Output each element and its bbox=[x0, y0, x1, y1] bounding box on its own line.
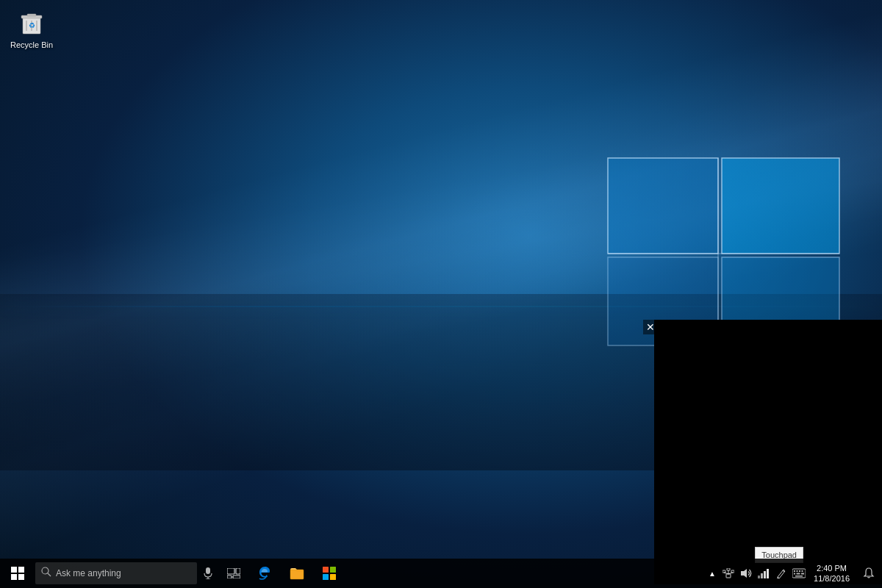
network-tray-icon[interactable] bbox=[720, 559, 737, 588]
file-explorer-button[interactable] bbox=[281, 559, 313, 588]
tray-overflow-button[interactable]: ▲ bbox=[705, 559, 720, 588]
desktop: ♻ Recycle Bin ✕ Touchpad bbox=[0, 0, 882, 588]
svg-rect-53 bbox=[801, 573, 804, 575]
notification-icon bbox=[863, 567, 875, 579]
network-icon bbox=[723, 568, 734, 578]
clock-area[interactable]: 2:40 PM 11/8/2016 bbox=[808, 559, 856, 588]
keyboard-icon bbox=[792, 568, 806, 578]
svg-rect-29 bbox=[323, 567, 329, 573]
svg-rect-31 bbox=[323, 574, 329, 580]
panel-close-button[interactable]: ✕ bbox=[643, 320, 658, 334]
svg-rect-36 bbox=[727, 568, 730, 570]
svg-rect-54 bbox=[795, 576, 803, 577]
svg-rect-27 bbox=[290, 570, 296, 572]
wifi-icon bbox=[758, 568, 770, 578]
svg-rect-49 bbox=[799, 570, 800, 572]
edge-icon bbox=[257, 566, 272, 581]
svg-rect-30 bbox=[330, 567, 336, 573]
svg-marker-40 bbox=[741, 569, 747, 578]
search-bar[interactable]: Ask me anything bbox=[35, 562, 197, 584]
svg-rect-1 bbox=[722, 158, 839, 254]
svg-rect-22 bbox=[227, 568, 234, 574]
pen-icon bbox=[776, 568, 786, 578]
mic-icon bbox=[204, 567, 212, 579]
pen-tray-icon[interactable] bbox=[772, 559, 790, 588]
file-explorer-icon bbox=[290, 566, 304, 581]
svg-rect-19 bbox=[206, 567, 210, 574]
svg-text:♻: ♻ bbox=[29, 21, 35, 29]
clock-time: 2:40 PM bbox=[817, 563, 847, 573]
svg-rect-24 bbox=[227, 576, 232, 578]
recycle-bin-icon[interactable]: ♻ Recycle Bin bbox=[6, 7, 57, 50]
svg-line-18 bbox=[48, 573, 51, 576]
recycle-bin-label: Recycle Bin bbox=[6, 40, 57, 50]
edge-button[interactable] bbox=[248, 559, 281, 588]
svg-rect-41 bbox=[758, 576, 760, 578]
search-icon bbox=[41, 567, 51, 580]
svg-rect-13 bbox=[11, 567, 17, 573]
cortana-mic-button[interactable] bbox=[197, 559, 219, 588]
store-button[interactable] bbox=[313, 559, 345, 588]
volume-icon bbox=[740, 568, 752, 578]
svg-rect-33 bbox=[726, 574, 731, 578]
svg-rect-0 bbox=[608, 158, 718, 254]
svg-rect-35 bbox=[731, 570, 734, 573]
start-icon bbox=[11, 567, 24, 580]
svg-rect-43 bbox=[764, 571, 766, 578]
svg-rect-32 bbox=[330, 574, 336, 580]
svg-rect-44 bbox=[767, 569, 769, 578]
svg-rect-16 bbox=[18, 574, 24, 580]
task-view-button[interactable] bbox=[219, 559, 248, 588]
svg-rect-34 bbox=[723, 570, 725, 573]
svg-rect-14 bbox=[18, 567, 24, 573]
svg-rect-50 bbox=[802, 570, 803, 572]
start-button[interactable] bbox=[0, 559, 35, 588]
svg-rect-25 bbox=[233, 576, 240, 578]
svg-rect-47 bbox=[794, 570, 795, 572]
task-view-icon bbox=[227, 568, 240, 578]
svg-rect-51 bbox=[794, 573, 795, 575]
search-placeholder: Ask me anything bbox=[56, 568, 121, 578]
svg-rect-42 bbox=[761, 573, 763, 578]
svg-rect-23 bbox=[236, 568, 240, 574]
volume-tray-icon[interactable] bbox=[737, 559, 755, 588]
recycle-bin-svg: ♻ bbox=[17, 7, 46, 37]
clock-date: 11/8/2016 bbox=[814, 573, 850, 584]
svg-point-17 bbox=[42, 567, 49, 574]
svg-rect-8 bbox=[27, 14, 36, 16]
system-tray: ▲ bbox=[705, 559, 882, 588]
svg-rect-48 bbox=[797, 570, 798, 572]
store-icon bbox=[322, 566, 337, 581]
black-panel bbox=[654, 320, 882, 584]
svg-rect-15 bbox=[11, 574, 17, 580]
keyboard-tray-icon[interactable] bbox=[790, 559, 808, 588]
wifi-tray-icon[interactable] bbox=[755, 559, 772, 588]
taskbar: Ask me anything bbox=[0, 559, 882, 588]
notification-button[interactable] bbox=[856, 559, 882, 588]
svg-rect-52 bbox=[797, 573, 800, 575]
